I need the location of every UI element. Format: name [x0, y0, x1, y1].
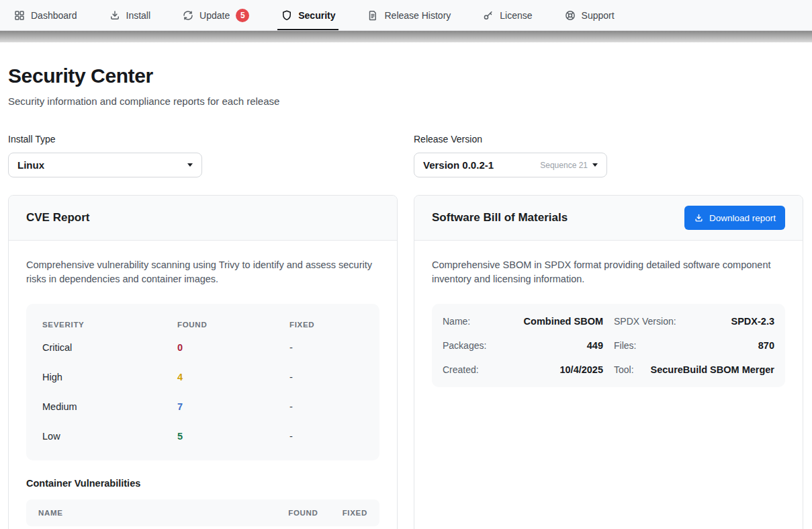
nav-item-dashboard[interactable]: Dashboard — [11, 0, 79, 30]
info-value: Combined SBOM — [524, 316, 603, 327]
fixed-count: - — [289, 372, 363, 382]
sbom-info-box: Name: Combined SBOM SPDX Version: SPDX-2… — [432, 304, 785, 387]
release-version-filter: Release Version Version 0.0.2-1 Sequence… — [414, 134, 803, 177]
install-type-select[interactable]: Linux — [8, 153, 202, 177]
sbom-info-row: Created: 10/4/2025 Tool: SecureBuild SBO… — [443, 358, 774, 382]
sbom-card-header: Software Bill of Materials Download repo… — [414, 196, 803, 241]
shield-icon — [281, 9, 293, 22]
nav-label: Release History — [384, 10, 451, 21]
info-value: SPDX-2.3 — [731, 316, 774, 327]
nav-label: Install — [126, 10, 151, 21]
col-found: FOUND — [177, 321, 289, 329]
key-icon — [482, 9, 494, 22]
table-row: High 4 - — [42, 362, 363, 392]
filters-row: Install Type Linux Release Version Versi… — [8, 134, 803, 177]
sbom-card-title: Software Bill of Materials — [432, 211, 568, 225]
container-vulnerabilities-title: Container Vulnerabilities — [26, 478, 379, 489]
severity-table: SEVERITY FOUND FIXED Critical 0 - High 4… — [26, 304, 379, 460]
top-nav: Dashboard Install Update 5 Security Rele… — [0, 0, 812, 31]
refresh-icon — [182, 9, 194, 22]
info-value: SecureBuild SBOM Merger — [650, 364, 774, 375]
nav-label: Security — [298, 10, 335, 21]
info-label: Tool: — [614, 364, 634, 375]
download-icon — [109, 9, 121, 22]
cve-report-card: CVE Report Comprehensive vulnerability s… — [8, 195, 398, 529]
page-title: Security Center — [8, 65, 803, 87]
sbom-info-cell: Name: Combined SBOM — [443, 309, 603, 333]
cards-row: CVE Report Comprehensive vulnerability s… — [8, 195, 803, 529]
chevron-down-icon — [187, 163, 193, 167]
download-report-label: Download report — [709, 213, 776, 223]
info-label: Files: — [614, 340, 636, 351]
found-count: 5 — [177, 431, 289, 442]
sbom-info-row: Packages: 449 Files: 870 — [443, 333, 774, 358]
nav-label: Support — [582, 10, 615, 21]
download-icon — [694, 213, 704, 223]
update-count-badge: 5 — [236, 9, 249, 22]
cve-card-header: CVE Report — [9, 196, 397, 241]
info-label: SPDX Version: — [614, 316, 676, 327]
severity-table-header: SEVERITY FOUND FIXED — [42, 317, 363, 333]
release-version-value: Version 0.0.2-1 — [423, 159, 494, 171]
found-count: 0 — [177, 342, 289, 353]
info-label: Packages: — [443, 340, 486, 351]
col-severity: SEVERITY — [42, 321, 177, 329]
sbom-info-cell: Created: 10/4/2025 — [443, 358, 603, 382]
lifebuoy-icon — [564, 9, 576, 22]
col-fixed: FIXED — [343, 509, 367, 517]
info-value: 870 — [758, 340, 774, 351]
sbom-info-cell: Packages: 449 — [443, 333, 603, 358]
install-type-label: Install Type — [8, 134, 398, 145]
sbom-info-row: Name: Combined SBOM SPDX Version: SPDX-2… — [443, 309, 774, 333]
chevron-down-icon — [592, 163, 598, 167]
col-name: NAME — [38, 509, 264, 517]
col-fixed: FIXED — [289, 321, 363, 329]
scroll-shadow-band — [0, 31, 812, 42]
dashboard-icon — [13, 9, 26, 22]
col-found: FOUND — [288, 509, 318, 517]
nav-item-update[interactable]: Update 5 — [180, 0, 251, 30]
nav-item-support[interactable]: Support — [562, 0, 617, 30]
info-value: 449 — [587, 340, 603, 351]
severity-label: High — [42, 372, 177, 382]
table-row: Medium 7 - — [42, 392, 363, 421]
release-version-label: Release Version — [414, 134, 803, 145]
severity-label: Low — [42, 431, 177, 442]
sbom-info-cell: Files: 870 — [614, 333, 774, 358]
nav-label: Dashboard — [31, 10, 77, 21]
cve-card-title: CVE Report — [26, 211, 89, 225]
sbom-info-cell: SPDX Version: SPDX-2.3 — [614, 309, 774, 333]
document-icon — [367, 9, 379, 22]
install-type-filter: Install Type Linux — [8, 134, 398, 177]
severity-label: Critical — [42, 342, 177, 353]
nav-label: License — [500, 10, 532, 21]
info-label: Name: — [443, 316, 470, 327]
table-row: Low 5 - — [42, 421, 363, 451]
nav-item-license[interactable]: License — [480, 0, 534, 30]
download-report-button[interactable]: Download report — [684, 206, 785, 230]
install-type-value: Linux — [17, 159, 44, 171]
fixed-count: - — [289, 431, 363, 442]
found-count: 7 — [177, 401, 289, 412]
found-count: 4 — [177, 372, 289, 382]
page-subtitle: Security information and compliance repo… — [8, 95, 803, 107]
sbom-card: Software Bill of Materials Download repo… — [414, 195, 803, 529]
nav-item-release-history[interactable]: Release History — [365, 0, 453, 30]
sbom-info-cell: Tool: SecureBuild SBOM Merger — [614, 358, 774, 382]
sequence-badge: Sequence 21 — [540, 161, 588, 170]
fixed-count: - — [289, 342, 363, 353]
severity-label: Medium — [42, 401, 177, 412]
nav-label: Update — [199, 10, 230, 21]
nav-item-install[interactable]: Install — [107, 0, 153, 30]
sbom-description: Comprehensive SBOM in SPDX format provid… — [432, 258, 782, 286]
nav-item-security[interactable]: Security — [279, 0, 337, 30]
release-version-select[interactable]: Version 0.0.2-1 Sequence 21 — [414, 153, 607, 177]
cve-description: Comprehensive vulnerability scanning usi… — [26, 258, 377, 286]
container-vulnerabilities-header: NAME FOUND FIXED — [26, 499, 379, 526]
info-label: Created: — [443, 364, 479, 375]
fixed-count: - — [289, 401, 363, 412]
table-row: Critical 0 - — [42, 333, 363, 362]
info-value: 10/4/2025 — [559, 364, 603, 375]
